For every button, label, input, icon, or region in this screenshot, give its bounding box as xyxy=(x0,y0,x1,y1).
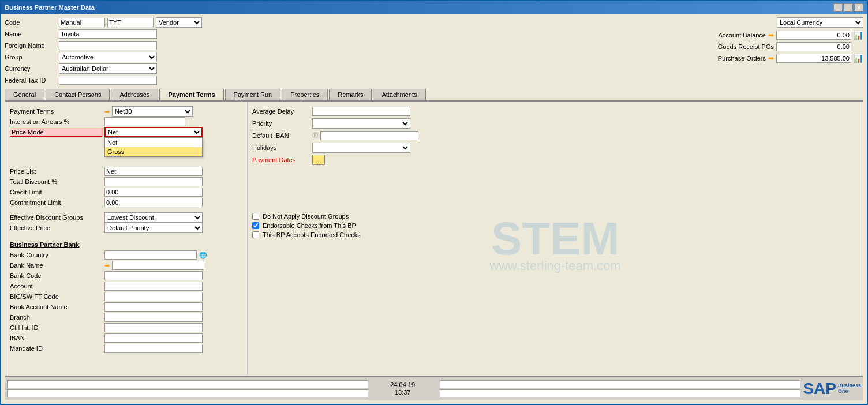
default-iban-input[interactable] xyxy=(320,131,418,140)
title-bar: Business Partner Master Data _ □ X xyxy=(1,1,867,14)
status-right-fields xyxy=(440,380,801,397)
payment-terms-link-icon[interactable]: ➡ xyxy=(104,108,110,115)
sap-subtitle: BusinessOne xyxy=(838,383,861,395)
effective-discount-label: Effective Discount Groups xyxy=(10,214,102,221)
account-balance-chart-icon[interactable]: 📊 xyxy=(854,31,863,40)
checkbox-no-discount[interactable] xyxy=(252,213,259,220)
default-iban-row: Default IBAN ® xyxy=(252,130,858,141)
average-delay-label: Average Delay xyxy=(252,108,310,115)
sap-logo: SAP BusinessOne xyxy=(803,380,861,398)
price-mode-select[interactable]: Net xyxy=(104,127,203,137)
tab-general[interactable]: General xyxy=(5,89,44,100)
bank-section-label[interactable]: Business Partner Bank xyxy=(10,241,242,248)
iban-input[interactable] xyxy=(104,333,203,343)
currency-row: Currency Australian Dollar xyxy=(5,63,202,74)
effective-discount-select[interactable]: Lowest Discount xyxy=(104,212,203,223)
account-balance-row: Account Balance ➡ 📊 xyxy=(697,30,863,40)
bic-swift-input[interactable] xyxy=(104,292,203,301)
bank-account-name-input[interactable] xyxy=(104,302,203,312)
status-time: 13:37 xyxy=(395,389,411,396)
account-balance-arrow[interactable]: ➡ xyxy=(768,31,774,39)
tab-properties[interactable]: Properties xyxy=(282,89,328,100)
credit-limit-input[interactable] xyxy=(104,187,203,197)
goods-receipt-input[interactable] xyxy=(776,42,851,51)
account-field-input[interactable] xyxy=(104,282,203,291)
tab-addresses[interactable]: Addresses xyxy=(111,89,158,100)
currency-label: Currency xyxy=(5,65,57,72)
price-list-input[interactable] xyxy=(104,167,203,176)
commitment-limit-row: Commitment Limit xyxy=(10,197,242,208)
holidays-select[interactable] xyxy=(312,142,410,153)
price-mode-dropdown: Net Gross xyxy=(104,137,203,157)
payment-terms-row: Payment Terms ➡ Net30 xyxy=(10,106,242,117)
purchase-orders-row: Purchase Orders ➡ 📊 xyxy=(697,53,863,63)
price-list-row: Price List xyxy=(10,166,242,177)
iban-row: IBAN xyxy=(10,333,242,343)
minimize-button[interactable]: _ xyxy=(833,3,843,12)
price-mode-option-gross[interactable]: Gross xyxy=(105,147,202,156)
purchase-orders-chart-icon[interactable]: 📊 xyxy=(854,54,863,63)
payment-terms-select[interactable]: Net30 xyxy=(112,106,193,117)
tab-payment-run[interactable]: Payment Run xyxy=(225,89,281,100)
effective-price-select[interactable]: Default Priority xyxy=(104,223,203,233)
total-discount-label: Total Discount % xyxy=(10,178,102,185)
ctrl-int-input[interactable] xyxy=(104,323,203,332)
interest-input[interactable] xyxy=(104,117,185,126)
branch-label: Branch xyxy=(10,314,102,321)
federal-tax-input[interactable] xyxy=(59,76,157,85)
price-mode-label: Price Mode xyxy=(10,127,102,137)
commitment-limit-input[interactable] xyxy=(104,198,203,207)
name-input[interactable] xyxy=(59,29,157,39)
tab-remarks[interactable]: Remarks xyxy=(329,89,372,100)
checkbox2-label: Endorsable Checks from This BP xyxy=(263,222,356,229)
checkbox3-label: This BP Accepts Endorsed Checks xyxy=(263,231,361,238)
watermark-url: www.sterling-team.com xyxy=(489,258,620,273)
tab-contact-persons[interactable]: Contact Persons xyxy=(46,89,110,100)
purchase-orders-input[interactable] xyxy=(776,54,851,63)
effective-discount-row: Effective Discount Groups Lowest Discoun… xyxy=(10,212,242,223)
average-delay-input[interactable] xyxy=(312,107,410,116)
total-discount-input[interactable] xyxy=(104,177,203,186)
main-content: Code Vendor Name Foreign Name Group xyxy=(1,14,867,404)
federal-tax-label: Federal Tax ID xyxy=(5,77,57,84)
priority-label: Priority xyxy=(252,120,310,127)
maximize-button[interactable]: □ xyxy=(844,3,853,12)
account-balance-input[interactable] xyxy=(776,31,851,40)
priority-row: Priority xyxy=(252,118,858,129)
mandate-label: Mandate ID xyxy=(10,345,102,352)
left-panel: Payment Terms ➡ Net30 Interest on Arrear… xyxy=(5,102,248,376)
foreign-name-input[interactable] xyxy=(59,41,157,50)
purchase-orders-arrow[interactable]: ➡ xyxy=(768,54,774,62)
sap-text: SAP xyxy=(803,380,836,398)
bank-country-label: Bank Country xyxy=(10,252,102,258)
priority-select[interactable] xyxy=(312,118,410,129)
status-center: 24.04.19 13:37 xyxy=(368,381,437,396)
currency-mode-select[interactable]: Local Currency xyxy=(777,17,863,28)
tab-payment-terms[interactable]: Payment Terms xyxy=(159,89,223,100)
bank-name-input[interactable] xyxy=(112,261,204,270)
code-id-input[interactable] xyxy=(107,18,154,27)
bank-country-input[interactable] xyxy=(104,250,197,260)
close-button[interactable]: X xyxy=(854,3,863,12)
tab-attachments[interactable]: Attachments xyxy=(373,89,425,100)
checkbox-endorsable[interactable] xyxy=(252,222,259,229)
bank-name-link-icon[interactable]: ➡ xyxy=(104,262,110,269)
bic-swift-row: BIC/SWIFT Code xyxy=(10,291,242,302)
effective-price-label: Effective Price xyxy=(10,224,102,231)
checkbox-accepts-endorsed[interactable] xyxy=(252,231,259,238)
status-bar: 24.04.19 13:37 SAP BusinessOne xyxy=(5,376,863,400)
bank-code-input[interactable] xyxy=(104,271,203,280)
mandate-input[interactable] xyxy=(104,344,203,353)
status-date: 24.04.19 xyxy=(390,381,415,388)
vendor-select[interactable]: Vendor xyxy=(156,17,202,28)
account-info: Local Currency Account Balance ➡ 📊 Goods… xyxy=(697,17,863,85)
branch-input[interactable] xyxy=(104,313,203,322)
currency-select[interactable]: Australian Dollar xyxy=(59,63,157,74)
commitment-limit-label: Commitment Limit xyxy=(10,199,102,206)
group-select[interactable]: Automotive xyxy=(59,52,157,62)
price-mode-option-net[interactable]: Net xyxy=(105,138,202,147)
code-manual-input[interactable] xyxy=(59,18,105,27)
payment-dates-row: Payment Dates ... xyxy=(252,155,858,165)
payment-dates-button[interactable]: ... xyxy=(312,155,325,165)
window-controls: _ □ X xyxy=(833,3,863,12)
